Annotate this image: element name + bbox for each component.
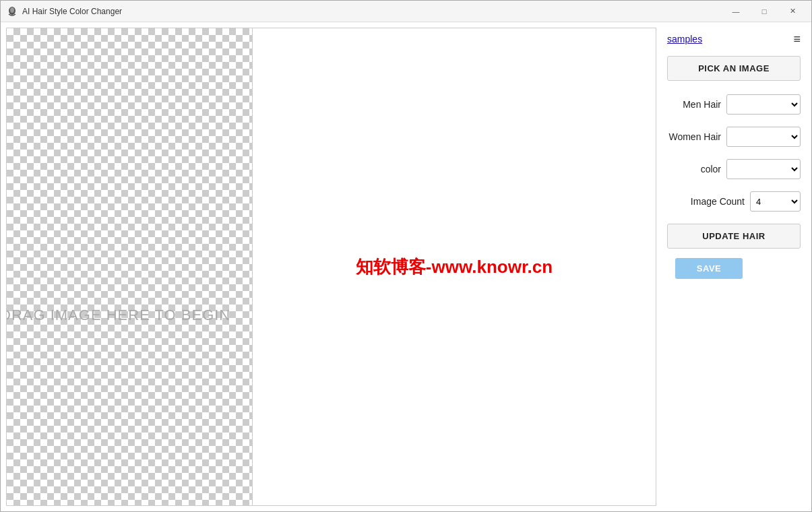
samples-link[interactable]: samples <box>667 34 702 44</box>
app-window: AI Hair Style Color Changer — □ ✕ DRAG I… <box>0 0 812 512</box>
save-button[interactable]: SAVE <box>675 258 743 279</box>
checkerboard-bg: DRAG IMAGE HERE TO BEGIN <box>7 28 252 505</box>
watermark-text: 知软博客-www.knowr.cn <box>356 255 553 279</box>
right-canvas[interactable]: 知软博客-www.knowr.cn <box>253 28 656 505</box>
color-row: color <box>667 159 801 179</box>
men-hair-select[interactable] <box>726 94 801 115</box>
women-hair-select[interactable] <box>726 127 801 147</box>
window-controls: — □ ✕ <box>722 2 806 21</box>
maximize-button[interactable]: □ <box>751 2 778 21</box>
image-count-row: Image Count 4 1 2 3 6 8 <box>667 191 801 212</box>
color-label: color <box>701 164 721 174</box>
men-hair-row: Men Hair <box>667 94 801 115</box>
canvas-area[interactable]: DRAG IMAGE HERE TO BEGIN 知软博客-www.knowr.… <box>6 28 656 506</box>
men-hair-label: Men Hair <box>683 99 721 110</box>
window-title: AI Hair Style Color Changer <box>22 7 722 16</box>
drag-hint-text: DRAG IMAGE HERE TO BEGIN <box>7 307 230 324</box>
pick-image-button[interactable]: PICK AN IMAGE <box>667 56 801 81</box>
titlebar: AI Hair Style Color Changer — □ ✕ <box>1 1 811 22</box>
close-button[interactable]: ✕ <box>779 2 806 21</box>
sidebar: samples ≡ PICK AN IMAGE Men Hair Women H… <box>656 22 811 511</box>
save-row: SAVE <box>667 258 801 279</box>
update-hair-button[interactable]: UPDATE HAIR <box>667 224 801 249</box>
color-select[interactable] <box>726 159 801 179</box>
women-hair-label: Women Hair <box>668 131 721 142</box>
svg-point-1 <box>10 7 14 13</box>
left-panel[interactable]: DRAG IMAGE HERE TO BEGIN <box>7 28 253 505</box>
image-count-label: Image Count <box>691 196 745 207</box>
sidebar-header: samples ≡ <box>667 33 801 45</box>
women-hair-row: Women Hair <box>667 127 801 147</box>
image-count-select[interactable]: 4 1 2 3 6 8 <box>750 191 801 212</box>
hamburger-icon[interactable]: ≡ <box>793 33 801 45</box>
main-content: DRAG IMAGE HERE TO BEGIN 知软博客-www.knowr.… <box>1 22 811 511</box>
minimize-button[interactable]: — <box>722 2 749 21</box>
app-icon <box>6 5 18 18</box>
